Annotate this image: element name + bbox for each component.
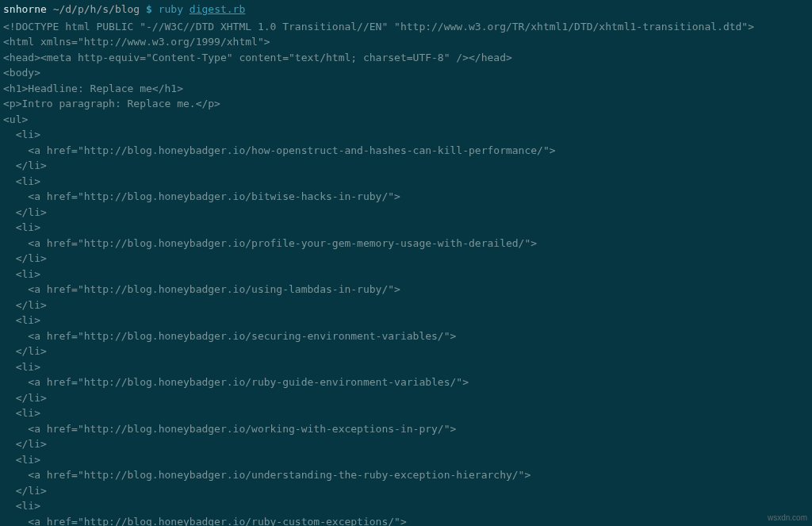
output-line: <li> (3, 313, 809, 328)
output-line: <h1>Headline: Replace me</h1> (3, 81, 809, 97)
output-line: <!DOCTYPE html PUBLIC "-//W3C//DTD XHTML… (3, 19, 809, 35)
output-line: <a href="http://blog.honeybadger.io/unde… (3, 467, 809, 483)
output-line: </li> (3, 251, 809, 267)
command-interpreter: ruby (159, 3, 183, 15)
output-line: <li> (3, 359, 809, 375)
output-line: <a href="http://blog.honeybadger.io/ruby… (3, 514, 809, 527)
output-line: <a href="http://blog.honeybadger.io/bitw… (3, 189, 809, 205)
output-line: <ul> (3, 112, 809, 128)
output-line: <a href="http://blog.honeybadger.io/secu… (3, 328, 809, 344)
terminal-output[interactable]: <!DOCTYPE html PUBLIC "-//W3C//DTD XHTML… (3, 19, 809, 527)
output-line: <li> (3, 127, 809, 143)
output-line: <head><meta http-equiv="Content-Type" co… (3, 50, 809, 66)
output-line: </li> (3, 158, 809, 174)
output-line: <html xmlns="http://www.w3.org/1999/xhtm… (3, 34, 809, 50)
output-line: </li> (3, 483, 809, 499)
output-line: </li> (3, 205, 809, 221)
output-line: <li> (3, 267, 809, 282)
output-line: <body> (3, 65, 809, 81)
output-line: <a href="http://blog.honeybadger.io/work… (3, 421, 809, 437)
output-line: </li> (3, 344, 809, 359)
output-line: <li> (3, 498, 809, 514)
terminal-prompt-line[interactable]: snhorne ~/d/p/h/s/blog $ ruby digest.rb (3, 2, 809, 17)
command-file: digest.rb (190, 3, 245, 15)
prompt-path: ~/d/p/h/s/blog (53, 3, 140, 15)
output-line: <a href="http://blog.honeybadger.io/how-… (3, 143, 809, 159)
output-line: </li> (3, 298, 809, 313)
output-line: </li> (3, 390, 809, 406)
watermark-text: wsxdn.com (768, 512, 807, 524)
output-line: <li> (3, 174, 809, 190)
output-line: <a href="http://blog.honeybadger.io/prof… (3, 236, 809, 251)
output-line: </li> (3, 436, 809, 452)
prompt-user: snhorne (3, 3, 47, 15)
prompt-dollar-icon: $ (146, 3, 152, 15)
output-line: <li> (3, 452, 809, 468)
output-line: <a href="http://blog.honeybadger.io/ruby… (3, 374, 809, 390)
output-line: <p>Intro paragraph: Replace me.</p> (3, 96, 809, 112)
output-line: <li> (3, 220, 809, 236)
output-line: <li> (3, 405, 809, 421)
output-line: <a href="http://blog.honeybadger.io/usin… (3, 282, 809, 298)
